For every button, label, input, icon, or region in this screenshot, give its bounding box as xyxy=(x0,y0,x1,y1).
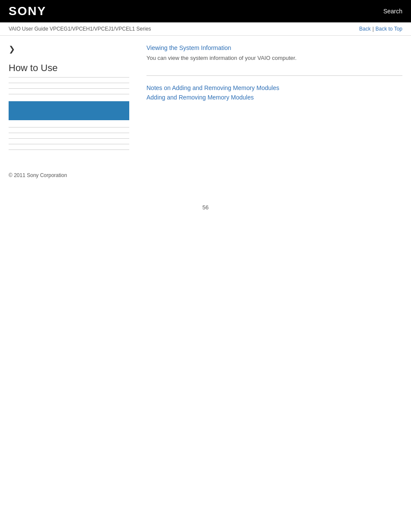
sidebar: ❯ How to Use xyxy=(9,44,138,155)
breadcrumb: VAIO User Guide VPCEG1/VPCEH1/VPCEJ1/VPC… xyxy=(9,26,151,32)
sidebar-divider-5 xyxy=(9,133,129,133)
sidebar-highlight[interactable] xyxy=(9,101,129,120)
back-to-top-link[interactable]: Back to Top xyxy=(376,26,402,32)
header: SONY Search xyxy=(0,0,411,22)
sidebar-divider-6 xyxy=(9,138,129,139)
content-area: Viewing the System Information You can v… xyxy=(138,44,402,155)
content-section-2: Notes on Adding and Removing Memory Modu… xyxy=(146,84,402,101)
notes-memory-modules-link[interactable]: Notes on Adding and Removing Memory Modu… xyxy=(146,84,402,91)
sidebar-divider-7 xyxy=(9,144,129,144)
adding-removing-memory-link[interactable]: Adding and Removing Memory Modules xyxy=(146,94,402,101)
sidebar-divider-8 xyxy=(9,149,129,150)
sidebar-section-title: How to Use xyxy=(9,62,129,78)
sidebar-divider-2 xyxy=(9,88,129,89)
sidebar-divider-1 xyxy=(9,83,129,83)
page-number: 56 xyxy=(0,196,411,219)
sony-logo: SONY xyxy=(9,4,46,18)
copyright: © 2011 Sony Corporation xyxy=(9,172,67,178)
footer: © 2011 Sony Corporation xyxy=(0,164,411,196)
sidebar-arrow-icon[interactable]: ❯ xyxy=(9,44,129,54)
nav-separator: | xyxy=(372,26,374,32)
viewing-system-info-link[interactable]: Viewing the System Information xyxy=(146,44,402,51)
nav-links: Back | Back to Top xyxy=(359,26,402,32)
main-container: ❯ How to Use Viewing the System Informat… xyxy=(0,36,411,164)
sidebar-divider-4 xyxy=(9,127,129,128)
content-section-1: Viewing the System Information You can v… xyxy=(146,44,402,62)
content-divider xyxy=(146,75,402,76)
memory-links-group: Notes on Adding and Removing Memory Modu… xyxy=(146,84,402,101)
sidebar-divider-3 xyxy=(9,94,129,94)
viewing-system-info-description: You can view the system information of y… xyxy=(146,54,402,62)
back-link[interactable]: Back xyxy=(359,26,371,32)
breadcrumb-bar: VAIO User Guide VPCEG1/VPCEH1/VPCEJ1/VPC… xyxy=(0,22,411,36)
search-button[interactable]: Search xyxy=(383,8,402,15)
